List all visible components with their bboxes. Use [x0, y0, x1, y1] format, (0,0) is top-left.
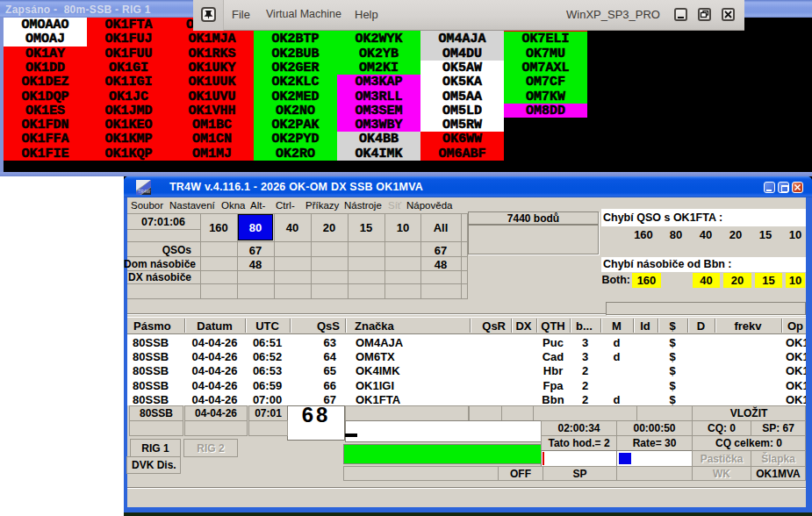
svg-text:TR4W: TR4W	[138, 189, 150, 194]
